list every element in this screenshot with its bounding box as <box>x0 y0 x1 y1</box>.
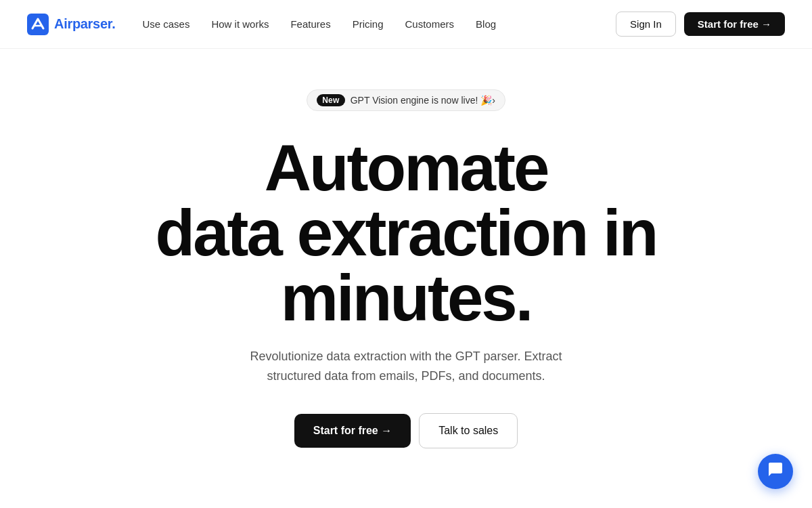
logo-icon <box>27 14 49 35</box>
announcement-text: GPT Vision engine is now live! 🎉› <box>351 95 495 106</box>
chat-widget[interactable] <box>758 454 793 489</box>
start-free-nav-button[interactable]: Start for free → <box>684 12 785 36</box>
talk-to-sales-button[interactable]: Talk to sales <box>419 413 518 448</box>
hero-section: New GPT Vision engine is now live! 🎉› Au… <box>0 49 812 448</box>
start-free-hero-button[interactable]: Start for free → <box>294 414 411 448</box>
signin-button[interactable]: Sign In <box>616 12 676 37</box>
logo-text: Airparser. <box>54 16 115 32</box>
hero-buttons: Start for free → Talk to sales <box>294 413 518 448</box>
hero-subtitle: Revolutionize data extraction with the G… <box>230 347 582 386</box>
navbar: Airparser. Use cases How it works Featur… <box>0 0 812 49</box>
svg-rect-0 <box>27 14 49 35</box>
nav-blog[interactable]: Blog <box>476 18 496 30</box>
nav-right: Sign In Start for free → <box>616 12 785 37</box>
chat-icon <box>767 461 784 482</box>
nav-links: Use cases How it works Features Pricing … <box>142 18 496 30</box>
logo-link[interactable]: Airparser. <box>27 14 115 35</box>
hero-title: Automate data extraction in minutes. <box>156 135 657 331</box>
announcement-badge[interactable]: New GPT Vision engine is now live! 🎉› <box>307 89 505 111</box>
nav-how-it-works[interactable]: How it works <box>211 18 269 30</box>
nav-customers[interactable]: Customers <box>405 18 455 30</box>
nav-pricing[interactable]: Pricing <box>353 18 384 30</box>
badge-new-label: New <box>317 94 345 106</box>
nav-features[interactable]: Features <box>290 18 330 30</box>
nav-left: Airparser. Use cases How it works Featur… <box>27 14 496 35</box>
nav-use-cases[interactable]: Use cases <box>142 18 189 30</box>
